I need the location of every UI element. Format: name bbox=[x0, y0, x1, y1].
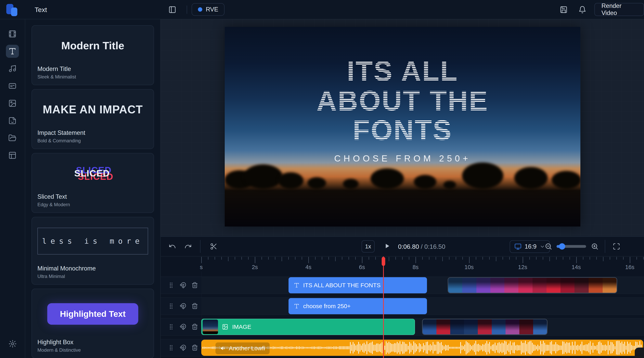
tree-silhouette bbox=[514, 167, 548, 189]
panel-title: Text bbox=[35, 6, 47, 14]
clip-label: choose from 250+ bbox=[303, 303, 350, 309]
fullscreen-icon[interactable] bbox=[613, 243, 620, 250]
tree-silhouette bbox=[308, 177, 326, 189]
magnet-snap-icon[interactable] bbox=[180, 303, 186, 309]
rail-item-audio[interactable] bbox=[6, 62, 19, 75]
video-editor-app: Text RVE Render Video Modern TitleModern… bbox=[0, 0, 644, 358]
ruler-tick bbox=[255, 257, 255, 263]
ruler-tick bbox=[375, 257, 376, 260]
ruler-tick bbox=[570, 257, 570, 260]
preset-preview: SLICEDSLICEDSLICED bbox=[38, 159, 148, 188]
tree-silhouette bbox=[278, 172, 304, 189]
delete-track-icon[interactable] bbox=[192, 303, 198, 309]
drag-grip-icon[interactable] bbox=[168, 344, 174, 351]
text-preset-card-sliced-text[interactable]: SLICEDSLICEDSLICEDSliced TextEdgy & Mode… bbox=[32, 153, 154, 213]
tree-silhouette bbox=[244, 164, 283, 189]
magnet-snap-icon[interactable] bbox=[180, 282, 186, 289]
magnet-snap-icon[interactable] bbox=[180, 344, 186, 351]
tree-silhouette bbox=[343, 179, 359, 189]
text-presets-panel: Modern TitleModern TitleSleek & Minimali… bbox=[25, 19, 161, 358]
timeline-clip-filmstrip[interactable] bbox=[448, 277, 617, 293]
ruler-tick bbox=[442, 257, 443, 261]
film-icon bbox=[8, 30, 16, 38]
ruler-tick bbox=[228, 257, 228, 261]
rail-item-text[interactable] bbox=[6, 45, 19, 58]
track-controls bbox=[161, 298, 201, 315]
panel-toggle-icon[interactable] bbox=[168, 6, 176, 14]
play-button[interactable] bbox=[383, 242, 391, 250]
corner-badge[interactable]: Jo bbox=[635, 347, 644, 358]
timeline-zoom-slider[interactable] bbox=[556, 245, 586, 248]
rail-item-captions[interactable] bbox=[6, 80, 19, 93]
rail-item-templates[interactable] bbox=[6, 149, 19, 162]
ruler-tick bbox=[556, 257, 556, 260]
timeline-clip-text[interactable]: choose from 250+ bbox=[288, 298, 427, 314]
ruler-tick bbox=[215, 257, 215, 260]
notifications-bell-icon[interactable] bbox=[578, 6, 586, 14]
chevron-down-icon bbox=[540, 244, 545, 249]
ruler-label: 12s bbox=[518, 264, 528, 270]
ruler-label: 10s bbox=[464, 264, 474, 270]
ruler-tick bbox=[242, 257, 242, 260]
track-row-4: Another Lowfi bbox=[161, 339, 644, 356]
timeline-clip-text[interactable]: ITS ALL ABOUT THE FONTS bbox=[288, 277, 427, 293]
ruler-tick bbox=[436, 257, 436, 260]
clip-thumbnail bbox=[203, 319, 218, 334]
render-video-button[interactable]: Render Video bbox=[594, 3, 644, 16]
ruler-tick bbox=[235, 257, 235, 260]
rail-item-stickers[interactable] bbox=[6, 114, 19, 127]
playhead-line[interactable] bbox=[383, 256, 384, 358]
aspect-ratio-dropdown[interactable]: 16:9 bbox=[510, 240, 550, 253]
timeline-clip-filmstrip[interactable] bbox=[422, 319, 548, 335]
ruler-tick bbox=[476, 257, 476, 260]
preset-name: Modern Title bbox=[38, 66, 148, 73]
zoom-slider-thumb[interactable] bbox=[559, 243, 565, 250]
timeline-clip-audio[interactable]: Another Lowfi bbox=[201, 340, 643, 356]
text-preset-card-highlight-box[interactable]: Highlighted TextHighlight BoxModern & Di… bbox=[32, 289, 154, 358]
ruler-tick bbox=[462, 257, 463, 260]
ruler-tick bbox=[268, 257, 269, 260]
text-preset-card-minimal-monochrome[interactable]: less is moreMinimal MonochromeUltra Mini… bbox=[32, 217, 154, 285]
time-display: 0:06.80 / 0:16.50 bbox=[398, 243, 445, 250]
text-preset-card-impact-statement[interactable]: MAKE AN IMPACTImpact StatementBold & Com… bbox=[32, 89, 154, 149]
zoom-in-icon[interactable] bbox=[591, 243, 598, 250]
drag-grip-icon[interactable] bbox=[168, 323, 174, 330]
rail-item-uploads[interactable] bbox=[6, 132, 19, 145]
type-icon bbox=[294, 303, 300, 309]
ruler-tick bbox=[348, 257, 349, 260]
delete-track-icon[interactable] bbox=[192, 282, 198, 289]
delete-track-icon[interactable] bbox=[192, 323, 198, 330]
zoom-out-icon[interactable] bbox=[545, 243, 552, 250]
ruler-tick bbox=[516, 257, 516, 260]
undo-icon[interactable] bbox=[168, 243, 176, 250]
rail-item-images[interactable] bbox=[6, 97, 19, 110]
ruler-tick bbox=[342, 257, 342, 260]
icon-rail-items bbox=[0, 25, 25, 164]
playhead-handle[interactable] bbox=[382, 257, 385, 266]
tree-silhouette bbox=[552, 171, 580, 189]
audio-clip-badge: Another Lowfi bbox=[216, 342, 270, 354]
split-scissors-icon[interactable] bbox=[210, 243, 218, 250]
folder-icon bbox=[8, 134, 16, 142]
preset-name: Minimal Monochrome bbox=[38, 265, 148, 272]
redo-icon[interactable] bbox=[184, 243, 192, 250]
ruler-tick bbox=[262, 257, 262, 260]
drag-grip-icon[interactable] bbox=[168, 282, 174, 289]
captions-icon bbox=[8, 82, 16, 90]
playback-speed-button[interactable]: 1x bbox=[362, 240, 374, 252]
text-preset-card-modern-title[interactable]: Modern TitleModern TitleSleek & Minimali… bbox=[32, 25, 154, 85]
save-icon[interactable] bbox=[560, 6, 568, 14]
ruler-tick bbox=[369, 257, 369, 260]
magnet-snap-icon[interactable] bbox=[180, 323, 186, 330]
preset-desc: Edgy & Modern bbox=[38, 202, 148, 207]
rail-item-settings[interactable] bbox=[6, 337, 19, 350]
video-preview[interactable]: ITS ALL ABOUT THE FONTS CHOOSE FROM 250+ bbox=[225, 27, 580, 226]
timeline-ruler[interactable]: s2s4s6s8s10s12s14s16s bbox=[161, 257, 644, 272]
rail-item-video[interactable] bbox=[6, 28, 19, 41]
type-icon bbox=[294, 282, 300, 288]
delete-track-icon[interactable] bbox=[192, 344, 198, 351]
ruler-tick bbox=[208, 257, 208, 260]
app-logo[interactable] bbox=[0, 0, 25, 19]
project-badge[interactable]: RVE bbox=[192, 3, 224, 16]
drag-grip-icon[interactable] bbox=[168, 303, 174, 309]
